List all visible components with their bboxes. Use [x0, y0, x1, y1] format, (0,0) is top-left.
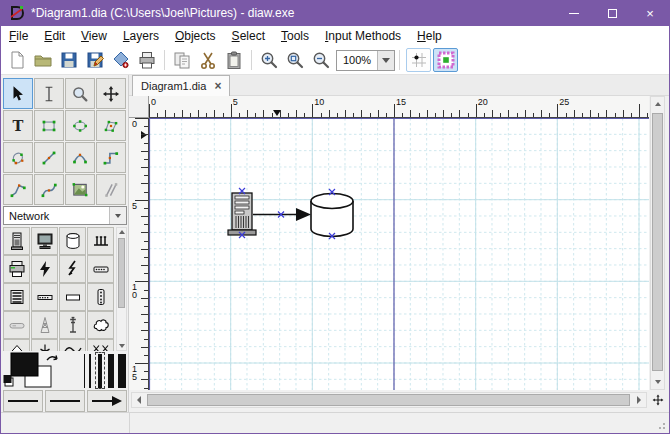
pan-button[interactable]: [650, 392, 665, 408]
tab-diagram1[interactable]: Diagram1.dia ×: [132, 75, 230, 96]
tool-bezierline[interactable]: [34, 174, 64, 205]
end-arrow-button[interactable]: [87, 390, 127, 412]
computer-shape-icon: [7, 231, 27, 251]
menu-file[interactable]: File: [1, 27, 36, 45]
line-width-4[interactable]: [108, 354, 114, 388]
save-button[interactable]: [56, 48, 82, 73]
shape-computer[interactable]: [3, 227, 30, 255]
main-toolbar: 100%: [1, 46, 669, 75]
save-as-button[interactable]: [82, 48, 108, 73]
v-scrollbar[interactable]: [650, 96, 665, 390]
tab-close-icon[interactable]: ×: [214, 79, 221, 93]
line-width-selector[interactable]: [81, 352, 129, 389]
shape-storage[interactable]: [59, 227, 86, 255]
zoom-out-button[interactable]: [308, 48, 334, 73]
box-icon: [40, 117, 58, 135]
shape-modem-vertical[interactable]: [87, 283, 114, 311]
shape-crossover[interactable]: [87, 339, 114, 351]
tool-arc[interactable]: [65, 142, 95, 173]
tool-beziergon[interactable]: [3, 142, 33, 173]
v-scroll-down-button[interactable]: [651, 375, 664, 389]
canvas[interactable]: [149, 118, 649, 390]
sheet-selector-dropdown[interactable]: [109, 207, 126, 224]
tool-outline[interactable]: [96, 174, 126, 205]
status-divider: [129, 413, 130, 434]
menu-select[interactable]: Select: [224, 27, 273, 45]
shape-cloud[interactable]: [87, 311, 114, 339]
canvas-object-computer: [228, 193, 256, 235]
shape-antenna[interactable]: [59, 311, 86, 339]
zoom-dropdown-button[interactable]: [377, 51, 394, 70]
zoom-combobox[interactable]: 100%: [336, 50, 395, 71]
tool-image[interactable]: [65, 174, 95, 205]
start-arrow-button[interactable]: [3, 390, 43, 412]
tool-text-edit[interactable]: [34, 78, 64, 109]
shape-router[interactable]: [3, 311, 30, 339]
menu-objects[interactable]: Objects: [167, 27, 224, 45]
shape-wan-link[interactable]: [59, 339, 86, 351]
line-width-selected[interactable]: [95, 352, 105, 389]
shape-modem[interactable]: [87, 255, 114, 283]
print-button[interactable]: [134, 48, 160, 73]
zoom-in-button[interactable]: [256, 48, 282, 73]
menu-tools[interactable]: Tools: [273, 27, 317, 45]
h-scrollbar-thumb[interactable]: [147, 394, 630, 406]
menu-edit[interactable]: Edit: [36, 27, 73, 45]
tool-line[interactable]: [34, 142, 64, 173]
shape-radio-tower[interactable]: [31, 311, 58, 339]
shape-hub[interactable]: [87, 227, 114, 255]
maximize-button[interactable]: [593, 0, 631, 26]
modem-shape-icon: [91, 259, 111, 279]
palette-scrollbar-thumb[interactable]: [118, 238, 125, 308]
menu-help[interactable]: Help: [409, 27, 450, 45]
shape-patch-panel[interactable]: [31, 283, 58, 311]
minimize-button[interactable]: [555, 0, 593, 26]
snap-to-objects-toggle[interactable]: [433, 48, 458, 72]
menu-view[interactable]: View: [73, 27, 115, 45]
tool-text[interactable]: T: [3, 110, 33, 141]
tool-modify[interactable]: [3, 78, 33, 109]
shape-box[interactable]: [59, 283, 86, 311]
h-scroll-right-button[interactable]: [632, 393, 646, 407]
snap-to-grid-toggle[interactable]: [406, 48, 431, 72]
tool-ellipse[interactable]: [65, 110, 95, 141]
tool-scroll[interactable]: [96, 78, 126, 109]
sheet-selector[interactable]: Network: [3, 206, 127, 225]
menu-input-methods[interactable]: Input Methods: [317, 27, 409, 45]
shape-firewall[interactable]: [3, 339, 30, 351]
shape-ground[interactable]: [31, 339, 58, 351]
tool-polyline[interactable]: [3, 174, 33, 205]
shape-lightning[interactable]: [59, 255, 86, 283]
tool-zigzagline[interactable]: [96, 142, 126, 173]
v-scrollbar-thumb[interactable]: [652, 113, 663, 371]
new-button[interactable]: [4, 48, 30, 73]
tool-magnify[interactable]: [65, 78, 95, 109]
shape-monitor[interactable]: [31, 227, 58, 255]
shape-flash[interactable]: [31, 255, 58, 283]
close-button[interactable]: ×: [631, 0, 669, 26]
line-width-2[interactable]: [89, 354, 91, 388]
line-width-5[interactable]: [118, 354, 126, 388]
paste-button[interactable]: [221, 48, 247, 73]
shape-printer[interactable]: [3, 255, 30, 283]
tab-label: Diagram1.dia: [141, 80, 206, 92]
resize-grip-icon[interactable]: [655, 419, 667, 431]
zoom-fit-button[interactable]: [282, 48, 308, 73]
end-arrow-icon: [90, 395, 124, 407]
shape-switch[interactable]: [3, 283, 30, 311]
h-scroll-left-button[interactable]: [132, 393, 146, 407]
v-scroll-up-button[interactable]: [651, 97, 664, 111]
color-selector[interactable]: [3, 352, 75, 389]
tool-polygon[interactable]: [96, 110, 126, 141]
open-button[interactable]: [30, 48, 56, 73]
tool-box[interactable]: [34, 110, 64, 141]
cut-button[interactable]: [195, 48, 221, 73]
h-scrollbar[interactable]: [131, 392, 647, 408]
palette-scrollbar[interactable]: [116, 227, 127, 351]
menu-layers[interactable]: Layers: [115, 27, 167, 45]
export-button[interactable]: [108, 48, 134, 73]
copy-button[interactable]: [169, 48, 195, 73]
canvas-object-storage: [311, 194, 353, 237]
line-style-button[interactable]: [45, 390, 85, 412]
line-width-1[interactable]: [84, 354, 85, 388]
